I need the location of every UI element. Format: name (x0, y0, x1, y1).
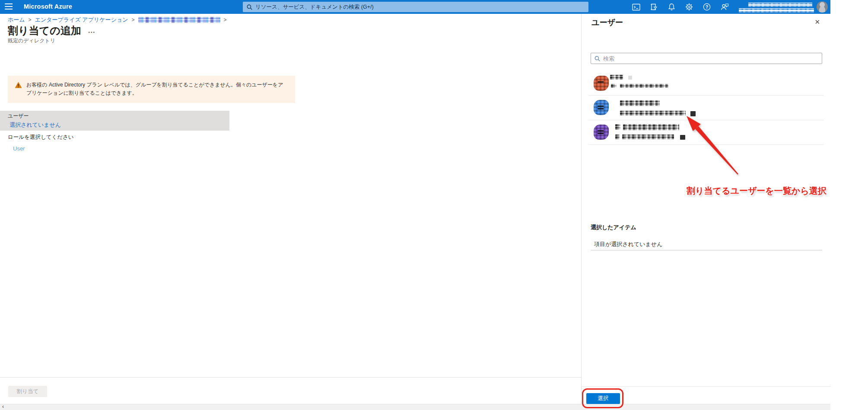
account-avatar[interactable] (817, 1, 828, 13)
breadcrumb-separator-icon: > (132, 17, 135, 23)
user-row[interactable] (588, 71, 823, 96)
breadcrumb-separator-icon: > (29, 17, 32, 23)
role-prompt-label: ロールを選択してください (8, 134, 74, 141)
user-avatar (594, 100, 609, 115)
svg-text:?: ? (706, 5, 708, 10)
redacted-upn (620, 111, 686, 115)
directory-filter-icon[interactable] (649, 3, 658, 11)
redacted-name (620, 100, 660, 106)
feedback-icon[interactable] (720, 3, 729, 11)
search-icon (595, 56, 600, 61)
redacted-upn (611, 84, 617, 88)
azure-portal: Microsoft Azure ? ホーム > エンタープライズ アプリケーショ… (0, 0, 868, 410)
assign-button[interactable]: 割り当て (8, 386, 47, 397)
redacted-upn (615, 135, 620, 139)
empty-selection-text: 項目が選択されていません (594, 240, 662, 248)
user-avatar (594, 76, 609, 91)
brand-title: Microsoft Azure (24, 3, 72, 10)
more-options-icon[interactable]: ... (88, 27, 95, 35)
close-icon[interactable]: ✕ (814, 18, 820, 26)
breadcrumb-app-redacted[interactable] (138, 17, 220, 23)
panel-search-input[interactable] (603, 55, 811, 62)
user-row[interactable] (588, 96, 823, 120)
select-button[interactable]: 選択 (586, 393, 620, 404)
breadcrumb-separator-icon: > (224, 17, 227, 23)
redacted-name (615, 124, 620, 130)
footer-divider (0, 377, 581, 378)
annotation-text: 割り当てるユーザーを一覧から選択 (687, 185, 827, 197)
breadcrumb-home[interactable]: ホーム (8, 16, 25, 24)
settings-gear-icon[interactable] (685, 3, 693, 11)
panel-search[interactable] (591, 53, 822, 64)
redacted-upn (620, 84, 668, 88)
warning-icon (15, 82, 22, 88)
redacted-upn (680, 135, 685, 140)
account-name-redacted (748, 3, 812, 7)
account-directory-redacted (739, 8, 814, 13)
top-bar-icons: ? (632, 0, 729, 14)
redacted-upn (690, 111, 696, 116)
help-icon[interactable]: ? (703, 3, 711, 11)
redacted-name (623, 124, 679, 130)
redacted-name (610, 75, 623, 80)
warning-text: お客様の Active Directory プラン レベルでは、グループを割り当… (26, 81, 288, 103)
page-title: 割り当ての追加 (8, 24, 81, 38)
user-selection-link[interactable]: 選択されていません (10, 121, 61, 129)
notifications-bell-icon[interactable] (667, 3, 676, 11)
top-bar: Microsoft Azure ? (0, 0, 830, 14)
user-avatar (594, 125, 609, 140)
cloud-shell-icon[interactable] (632, 3, 640, 11)
redacted-name (628, 76, 632, 80)
user-list (588, 71, 823, 145)
user-row[interactable] (588, 120, 823, 145)
search-icon (247, 4, 252, 10)
warning-banner: お客様の Active Directory プラン レベルでは、グループを割り当… (8, 76, 295, 103)
horizontal-scrollbar[interactable]: ‹ (0, 404, 830, 410)
panel-title: ユーザー (591, 17, 623, 28)
users-panel: ユーザー ✕ (581, 14, 830, 404)
hamburger-menu-icon[interactable] (5, 3, 13, 10)
global-search[interactable] (243, 2, 588, 12)
scroll-left-icon[interactable]: ‹ (2, 404, 4, 410)
breadcrumb-enterprise-apps[interactable]: エンタープライズ アプリケーション (35, 16, 128, 24)
panel-footer-divider (582, 386, 831, 387)
role-value-link[interactable]: User (13, 145, 25, 152)
breadcrumb: ホーム > エンタープライズ アプリケーション > > (8, 16, 227, 24)
page-subtitle: 既定のディレクトリ (8, 37, 55, 45)
user-section-label: ユーザー (8, 112, 29, 120)
global-search-input[interactable] (255, 4, 575, 10)
selected-items-label: 選択したアイテム (591, 224, 636, 231)
redacted-upn (622, 135, 674, 139)
divider (591, 250, 822, 250)
